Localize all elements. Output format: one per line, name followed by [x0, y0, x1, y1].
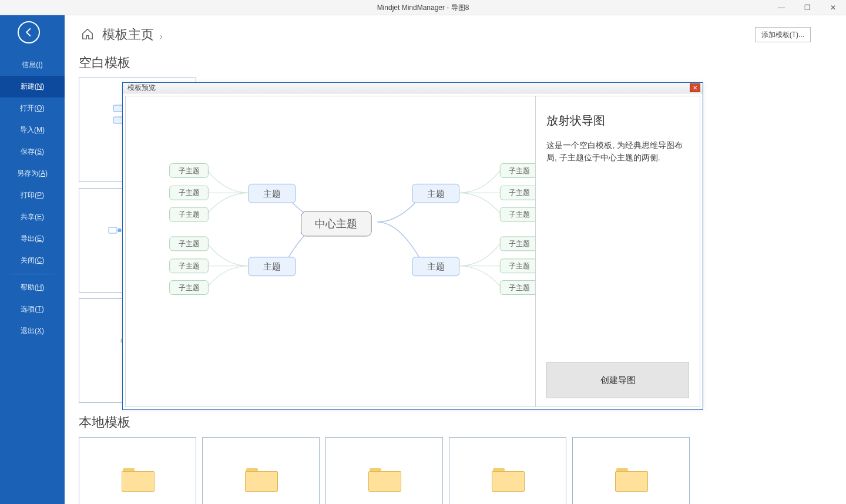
svg-text:主题: 主题	[263, 261, 281, 271]
template-folder[interactable]: 个人生产力	[79, 437, 196, 504]
template-name: 放射状导图	[546, 113, 689, 129]
header-bar: 模板主页 › 添加模板(T)...	[65, 15, 846, 47]
svg-text:中心主题: 中心主题	[315, 218, 357, 230]
template-folder[interactable]: 时间轴	[449, 437, 566, 504]
svg-text:子主题: 子主题	[179, 240, 200, 248]
window-title: Mindjet MindManager - 导图8	[377, 0, 469, 15]
template-preview-canvas: 中心主题 主题主题主题主题 子主题子主题子主题子主题子主题子主题子主题子主题子主…	[125, 96, 536, 407]
breadcrumb-arrow-icon: ›	[160, 32, 163, 41]
nav-separator	[9, 274, 55, 274]
svg-text:子主题: 子主题	[509, 211, 530, 219]
section-title-blank: 空白模板	[79, 54, 811, 72]
template-folder[interactable]: 流程图	[572, 437, 690, 504]
nav-item-帮助[interactable]: 帮助(H)	[0, 277, 65, 298]
folder-icon	[122, 468, 153, 490]
svg-text:子主题: 子主题	[179, 262, 200, 270]
svg-text:子主题: 子主题	[179, 189, 200, 197]
nav-item-信息[interactable]: 信息(I)	[0, 54, 65, 76]
folder-icon	[368, 468, 400, 490]
nav-item-另存为[interactable]: 另存为(A)	[0, 163, 65, 184]
titlebar: Mindjet MindManager - 导图8 — ❐ ✕	[0, 0, 846, 15]
nav-item-新建[interactable]: 新建(N)	[0, 76, 65, 98]
section-title-local: 本地模板	[79, 414, 811, 431]
folder-icon	[615, 468, 647, 490]
template-info-panel: 放射状导图 这是一个空白模板, 为经典思维导图布局, 子主题位于中心主题的两侧.…	[536, 96, 700, 407]
nav-item-共享[interactable]: 共享(E)	[0, 206, 65, 228]
svg-text:子主题: 子主题	[509, 189, 530, 197]
breadcrumb-home[interactable]: 模板主页	[102, 26, 154, 43]
svg-text:子主题: 子主题	[179, 167, 200, 175]
window-buttons: — ❐ ✕	[768, 0, 846, 15]
back-button[interactable]	[18, 21, 40, 43]
nav-item-退出[interactable]: 退出(X)	[0, 320, 65, 342]
template-preview-dialog: 模板预览 ✕ 中心主题 主题主题主题主题 子主题子主题子主题子主题子主题子主题子…	[122, 82, 703, 410]
maximize-button[interactable]: ❐	[794, 0, 820, 15]
dialog-titlebar[interactable]: 模板预览 ✕	[123, 83, 703, 93]
add-template-button[interactable]: 添加模板(T)...	[755, 27, 811, 42]
home-icon[interactable]	[81, 28, 94, 42]
dialog-title: 模板预览	[127, 83, 156, 93]
template-folder[interactable]: 会议和活动	[202, 437, 320, 504]
svg-text:子主题: 子主题	[179, 284, 200, 292]
nav-item-关闭[interactable]: 关闭(C)	[0, 250, 65, 271]
arrow-left-icon	[24, 27, 34, 38]
nav-item-打印[interactable]: 打印(P)	[0, 184, 65, 206]
svg-text:子主题: 子主题	[509, 262, 530, 270]
nav-item-选项[interactable]: 选项(T)	[0, 298, 65, 320]
nav-item-导入[interactable]: 导入(M)	[0, 119, 65, 141]
nav-item-导出[interactable]: 导出(E)	[0, 228, 65, 250]
svg-rect-11	[118, 229, 121, 232]
minimize-button[interactable]: —	[768, 0, 794, 15]
nav-item-打开[interactable]: 打开(O)	[0, 98, 65, 119]
svg-text:子主题: 子主题	[509, 167, 530, 175]
svg-text:主题: 主题	[427, 261, 445, 271]
folder-icon	[245, 468, 277, 490]
svg-rect-6	[109, 227, 117, 233]
svg-text:主题: 主题	[427, 189, 445, 199]
folder-icon	[492, 468, 523, 490]
create-map-button[interactable]: 创建导图	[546, 362, 689, 398]
svg-text:主题: 主题	[263, 189, 281, 199]
dialog-close-button[interactable]: ✕	[690, 83, 700, 92]
close-button[interactable]: ✕	[820, 0, 846, 15]
svg-text:子主题: 子主题	[179, 211, 200, 219]
svg-text:子主题: 子主题	[509, 240, 530, 248]
template-description: 这是一个空白模板, 为经典思维导图布局, 子主题位于中心主题的两侧.	[546, 139, 689, 164]
svg-text:子主题: 子主题	[509, 284, 530, 292]
backstage-nav: 信息(I)新建(N)打开(O)导入(M)保存(S)另存为(A)打印(P)共享(E…	[0, 15, 65, 504]
nav-item-保存[interactable]: 保存(S)	[0, 141, 65, 163]
template-folder[interactable]: 战略规划	[325, 437, 443, 504]
